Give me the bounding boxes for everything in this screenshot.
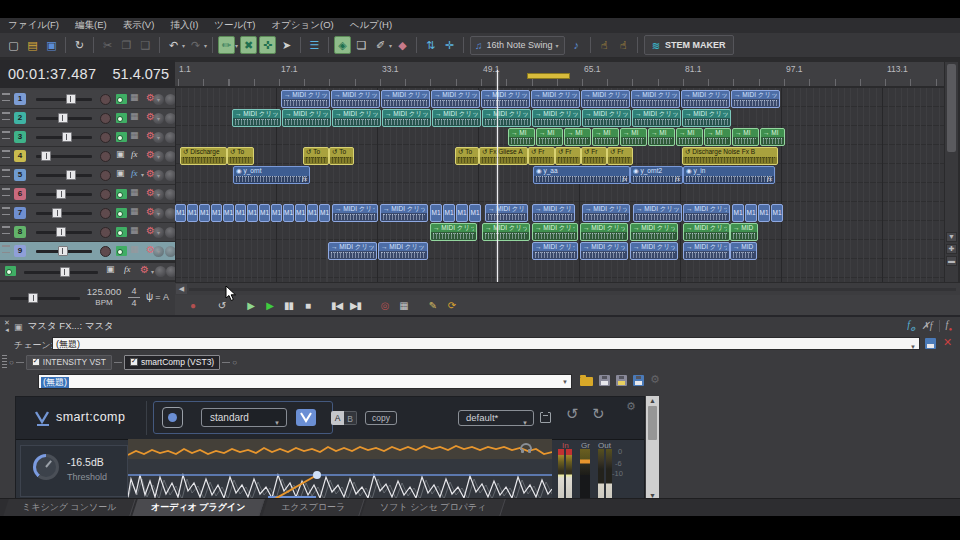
selection-tool-button[interactable]: ✖: [240, 36, 257, 54]
mute-button[interactable]: [100, 113, 111, 124]
clip[interactable]: → MIDI クリップ: [683, 204, 730, 222]
clip[interactable]: → MIDI クリップ: [630, 242, 678, 260]
chevron-down-icon[interactable]: ▾: [182, 42, 185, 49]
close-icon[interactable]: ✕: [2, 319, 12, 326]
volume-slider-handle[interactable]: [60, 267, 70, 277]
loop-region-marker[interactable]: [527, 73, 570, 79]
clip[interactable]: → MIDI クリップ: [282, 109, 331, 127]
fx-bypass-icon[interactable]: ✗f: [921, 320, 932, 331]
midi-input-icon[interactable]: [116, 208, 127, 218]
clip[interactable]: → MIDI クリップ: [332, 204, 378, 222]
pan-knob[interactable]: [153, 170, 164, 181]
clip[interactable]: → MIDI クリップ: [681, 90, 730, 108]
clip[interactable]: → MIDI クリップ: [682, 109, 731, 127]
track-grip-handle[interactable]: [2, 112, 10, 120]
track-number-badge[interactable]: 2: [14, 112, 26, 124]
clip[interactable]: → MID: [730, 242, 757, 260]
plugin-chip-intensity[interactable]: INTENSITY VST: [26, 355, 112, 370]
time-signature[interactable]: 4 4: [128, 286, 140, 309]
clip[interactable]: ↺ To: [329, 147, 354, 165]
audition-b-button[interactable]: ☝: [615, 36, 632, 54]
clip[interactable]: → MI: [508, 128, 535, 146]
tempo-slider[interactable]: [10, 297, 80, 300]
volume-slider[interactable]: [36, 155, 92, 158]
program-grid-icon[interactable]: ▦: [130, 187, 139, 197]
volume-slider-handle[interactable]: [56, 227, 66, 237]
volume-slider-handle[interactable]: [66, 94, 76, 104]
clip[interactable]: → MI: [704, 128, 731, 146]
scrollbar-thumb[interactable]: [947, 64, 956, 152]
clip[interactable]: → MIDI クリップ: [380, 204, 428, 222]
sonible-badge-button[interactable]: [296, 409, 316, 426]
transport-play-from-start-button[interactable]: ▶: [243, 298, 258, 313]
clip[interactable]: → MI: [760, 128, 785, 146]
clip[interactable]: → MI: [592, 128, 619, 146]
clip[interactable]: M1: [283, 204, 294, 222]
drag-handle[interactable]: [2, 355, 7, 369]
compression-display[interactable]: [128, 439, 552, 500]
clip[interactable]: → MIDI クリップ: [232, 109, 281, 127]
clip[interactable]: ↺ Discharge: [180, 147, 227, 165]
clip[interactable]: → MID: [730, 223, 758, 241]
menu-item[interactable]: 編集(E): [75, 19, 107, 32]
fx-chain-icon[interactable]: fx: [124, 264, 131, 274]
midi-input-icon[interactable]: [116, 246, 127, 256]
clip[interactable]: M1: [175, 204, 186, 222]
ab-a-button[interactable]: A: [331, 411, 344, 425]
clip[interactable]: → MI: [676, 128, 703, 146]
clip[interactable]: → MIDI クリップ: [482, 223, 530, 241]
fx-automation-icon[interactable]: f⚙: [907, 319, 915, 332]
clip[interactable]: ↺ Fr: [607, 147, 633, 165]
bus-track-header[interactable]: ▣fx⚙▾: [0, 263, 175, 281]
plugin-preset-input[interactable]: (無題) ▼: [38, 374, 572, 389]
track-header-6[interactable]: 6▦⚙▾: [0, 185, 175, 204]
timeline-lane-3[interactable]: → MI→ MI→ MI→ MI→ MI→ MI→ MI→ MI→ MI→ MI: [175, 128, 944, 147]
clip[interactable]: M1: [307, 204, 318, 222]
chevron-down-icon[interactable]: ▾: [235, 42, 238, 49]
track-grip-handle[interactable]: [2, 207, 10, 215]
clip[interactable]: ↺ To: [227, 147, 254, 165]
program-grid-icon[interactable]: ▦: [130, 111, 139, 121]
erase-tool-button[interactable]: ◈: [334, 36, 351, 54]
volume-slider[interactable]: [36, 117, 92, 120]
swing-selector[interactable]: ♫ 16th Note Swing ▾: [470, 36, 565, 55]
track-header-1[interactable]: 1▦⚙▾: [0, 90, 175, 109]
timeline-lane-5[interactable]: ◉ y_orntfx◉ y_aafx◉ y_ornt2fx◉ y_infx: [175, 166, 944, 185]
clip[interactable]: → MI: [536, 128, 563, 146]
clip[interactable]: → MIDI クリップ: [332, 109, 381, 127]
eraser-tool-button[interactable]: ◆: [394, 36, 411, 54]
transport-pause-button[interactable]: ▮▮: [281, 298, 296, 313]
clip[interactable]: ◉ y_infx: [683, 166, 775, 184]
timeline-lane-9[interactable]: → MIDI クリップ→ MIDI クリップ→ MIDI クリップ→ MIDI …: [175, 242, 944, 261]
track-number-badge[interactable]: 9: [14, 245, 26, 257]
draw-tool-button[interactable]: ✏: [218, 36, 235, 54]
clip[interactable]: M1: [771, 204, 783, 222]
track-gear-icon[interactable]: ⚙: [140, 264, 149, 275]
transport-stop-button[interactable]: ■: [300, 298, 315, 313]
save-chain-icon[interactable]: [925, 338, 936, 349]
clip[interactable]: → MIDI クリップ: [430, 223, 477, 241]
clip[interactable]: ↺ To: [303, 147, 329, 165]
chevron-down-icon[interactable]: ▾: [389, 42, 392, 49]
plugin-preset-select[interactable]: default* ▼: [458, 410, 534, 426]
clip[interactable]: → MIDI クリップ: [633, 204, 682, 222]
clip[interactable]: M1: [319, 204, 330, 222]
envelope-tool-button[interactable]: ☰: [306, 36, 323, 54]
track-header-8[interactable]: 8▦⚙▾: [0, 223, 175, 242]
plugin-enabled-checkbox[interactable]: [130, 358, 138, 366]
clip[interactable]: ↺ Fx Gliese A: [479, 147, 528, 165]
clip[interactable]: M1: [295, 204, 306, 222]
monitor-icon[interactable]: ▣: [116, 149, 125, 159]
track-number-badge[interactable]: 8: [14, 226, 26, 238]
transport-mixer-button[interactable]: ▦: [396, 298, 411, 313]
scrollbar-track[interactable]: [189, 288, 956, 291]
clip[interactable]: → MIDI クリップ: [431, 90, 480, 108]
settings-gear-icon[interactable]: ⚙: [626, 400, 636, 413]
clip[interactable]: ◉ y_orntfx: [233, 166, 310, 184]
clip[interactable]: → MIDI クリップ: [532, 204, 575, 222]
fx-chain-icon[interactable]: fx: [131, 149, 138, 159]
track-header-5[interactable]: 5▣fx▾⚙▾: [0, 166, 175, 185]
clip[interactable]: → MIDI クリップ: [731, 90, 780, 108]
chevron-down-icon[interactable]: ▾: [204, 42, 207, 49]
pan-knob[interactable]: [153, 246, 164, 257]
